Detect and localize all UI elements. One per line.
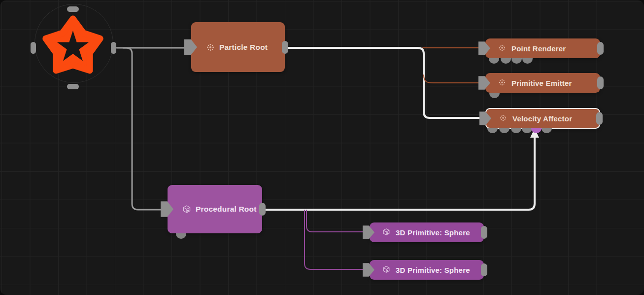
velocity-affector-subport-4[interactable]: [522, 128, 532, 133]
node-label: Particle Root: [219, 43, 268, 52]
start-node-ring: [34, 4, 113, 83]
sphere-1-input-port[interactable]: [363, 225, 374, 240]
particle-root-output-port[interactable]: [282, 41, 288, 54]
sphere-2-output-port[interactable]: [481, 263, 487, 276]
primitive-emitter-subport-1[interactable]: [489, 93, 500, 98]
wire-procedural-root-to-velocity-affector: [263, 137, 535, 210]
primitive-emitter-output-port[interactable]: [597, 76, 604, 89]
velocity-affector-input-port[interactable]: [479, 111, 491, 126]
particle-root-input-port[interactable]: [184, 39, 197, 56]
particles-icon: [498, 44, 507, 53]
wire-procedural-root-to-sphere-1: [306, 210, 368, 232]
velocity-affector-subport-3[interactable]: [511, 128, 521, 133]
node-label: Velocity Affector: [512, 114, 572, 123]
procedural-root-input-port[interactable]: [161, 201, 173, 218]
point-renderer-subport-1[interactable]: [489, 58, 499, 64]
point-renderer-output-port[interactable]: [597, 42, 604, 55]
velocity-affector-subport-6[interactable]: [542, 128, 552, 133]
node-3d-primitive-sphere-2[interactable]: 3D Primitive: Sphere: [370, 260, 484, 280]
node-label: Point Renderer: [511, 44, 566, 53]
node-label: Procedural Root: [196, 205, 257, 214]
node-label: Primitive Emitter: [511, 79, 572, 87]
point-renderer-subport-4[interactable]: [522, 58, 533, 64]
wire-particle-root-to-velocity-affector: [284, 48, 483, 118]
wire-procedural-root-to-sphere-2: [305, 210, 369, 269]
start-port-bottom[interactable]: [67, 84, 79, 89]
wire-particle-root-to-primitive-emitter: [424, 75, 483, 83]
velocity-affector-subport-connected[interactable]: [531, 128, 542, 133]
node-label: 3D Primitive: Sphere: [396, 266, 470, 274]
node-point-renderer[interactable]: Point Renderer: [485, 38, 600, 58]
node-velocity-affector[interactable]: Velocity Affector: [485, 108, 600, 129]
node-procedural-root[interactable]: Procedural Root: [168, 185, 262, 233]
point-renderer-subport-2[interactable]: [501, 58, 511, 64]
sphere-1-output-port[interactable]: [481, 226, 487, 239]
start-port-top[interactable]: [67, 6, 79, 12]
point-renderer-input-port[interactable]: [478, 41, 490, 56]
cube-icon: [182, 205, 191, 214]
node-graph-canvas[interactable]: Particle Root Point Renderer: [0, 0, 644, 295]
node-primitive-emitter[interactable]: Primitive Emitter: [485, 73, 600, 93]
procedural-root-output-port[interactable]: [259, 203, 266, 216]
particles-icon: [206, 43, 215, 52]
start-port-left[interactable]: [31, 42, 36, 54]
sphere-2-input-port[interactable]: [363, 262, 374, 277]
cube-icon: [382, 265, 391, 274]
velocity-affector-subport-1[interactable]: [487, 128, 498, 133]
point-renderer-subport-3[interactable]: [511, 58, 522, 64]
start-node[interactable]: [28, 2, 119, 93]
particles-icon: [499, 114, 508, 123]
velocity-affector-subport-2[interactable]: [499, 128, 509, 133]
wire-start-to-procedural-root: [123, 48, 165, 210]
cube-icon: [382, 228, 391, 237]
velocity-affector-output-port[interactable]: [596, 112, 603, 125]
procedural-root-subport-1[interactable]: [176, 233, 186, 239]
node-label: 3D Primitive: Sphere: [396, 228, 470, 237]
node-3d-primitive-sphere-1[interactable]: 3D Primitive: Sphere: [370, 222, 484, 242]
node-particle-root[interactable]: Particle Root: [191, 22, 285, 72]
particles-icon: [498, 78, 507, 87]
start-port-right[interactable]: [111, 42, 116, 54]
primitive-emitter-input-port[interactable]: [478, 75, 490, 90]
